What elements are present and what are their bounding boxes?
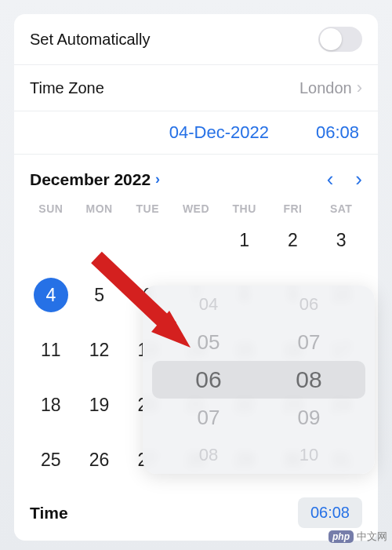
chevron-right-icon: ›	[155, 171, 160, 188]
set-automatically-row: Set Automatically	[14, 14, 378, 65]
calendar-day[interactable]: 1	[220, 223, 269, 257]
time-value-button[interactable]: 06:08	[298, 497, 362, 528]
calendar-day[interactable]: 25	[27, 443, 75, 477]
picker-value[interactable]: 05	[198, 326, 220, 358]
calendar-empty-cell	[27, 223, 75, 257]
hours-wheel[interactable]: 0405060708	[158, 286, 259, 474]
time-row: Time 06:08	[14, 485, 378, 541]
weekday-label: THU	[220, 202, 269, 215]
watermark-text: 中文网	[357, 530, 387, 544]
month-title-text: December 2022	[30, 170, 151, 189]
weekday-label: SUN	[27, 202, 75, 215]
set-automatically-label: Set Automatically	[30, 31, 150, 49]
selected-date[interactable]: 04-Dec-2022	[169, 122, 269, 143]
picker-value[interactable]: 07	[298, 326, 321, 358]
watermark: php 中文网	[328, 530, 387, 544]
prev-month-button[interactable]: ‹	[327, 167, 334, 191]
chevron-right-icon: ›	[357, 78, 362, 98]
weekday-label: FRI	[269, 202, 318, 215]
timezone-value: London	[299, 79, 352, 97]
selected-datetime-row: 04-Dec-2022 06:08	[14, 111, 378, 155]
calendar-day[interactable]: 19	[75, 388, 124, 422]
timezone-value-wrap: London ›	[299, 78, 362, 98]
picker-value[interactable]: 10	[299, 439, 318, 471]
month-picker-button[interactable]: December 2022 ›	[30, 170, 160, 189]
watermark-brand: php	[328, 530, 354, 543]
calendar-day[interactable]: 11	[27, 333, 75, 367]
picker-value[interactable]: 08	[199, 439, 218, 471]
time-picker-overlay[interactable]: 0405060708 0607080910	[143, 286, 375, 474]
month-nav: ‹ ›	[327, 167, 362, 191]
month-header: December 2022 › ‹ ›	[14, 155, 378, 199]
picker-value[interactable]: 04	[199, 289, 218, 320]
weekday-label: TUE	[123, 202, 172, 215]
next-month-button[interactable]: ›	[355, 167, 362, 191]
calendar-day[interactable]: 3	[317, 223, 365, 257]
calendar-day[interactable]: 12	[75, 333, 124, 367]
picker-value[interactable]: 08	[296, 364, 321, 395]
weekday-label: MON	[75, 202, 124, 215]
picker-value[interactable]: 09	[298, 402, 321, 433]
picker-value[interactable]: 07	[198, 402, 220, 433]
picker-value[interactable]: 06	[195, 364, 221, 395]
weekday-header: SUNMONTUEWEDTHUFRISAT	[14, 199, 378, 218]
calendar-empty-cell	[172, 223, 220, 257]
calendar-day[interactable]: 2	[269, 223, 318, 257]
settings-card: Set Automatically Time Zone London › 04-…	[14, 14, 378, 541]
set-automatically-toggle[interactable]	[318, 27, 362, 52]
minutes-wheel[interactable]: 0607080910	[259, 286, 359, 474]
time-label: Time	[30, 504, 68, 523]
picker-columns: 0405060708 0607080910	[143, 286, 375, 474]
picker-value[interactable]: 06	[299, 289, 318, 320]
calendar-day[interactable]: 18	[27, 388, 75, 422]
calendar-empty-cell	[75, 223, 124, 257]
weekday-label: WED	[172, 202, 220, 215]
calendar-day[interactable]: 5	[75, 278, 124, 312]
timezone-row[interactable]: Time Zone London ›	[14, 65, 378, 111]
selected-time[interactable]: 06:08	[316, 122, 359, 143]
calendar-day[interactable]: 4	[34, 278, 68, 312]
calendar-day[interactable]: 26	[75, 443, 124, 477]
toggle-knob	[320, 28, 342, 50]
timezone-label: Time Zone	[30, 79, 104, 97]
weekday-label: SAT	[317, 202, 365, 215]
calendar-empty-cell	[123, 223, 172, 257]
